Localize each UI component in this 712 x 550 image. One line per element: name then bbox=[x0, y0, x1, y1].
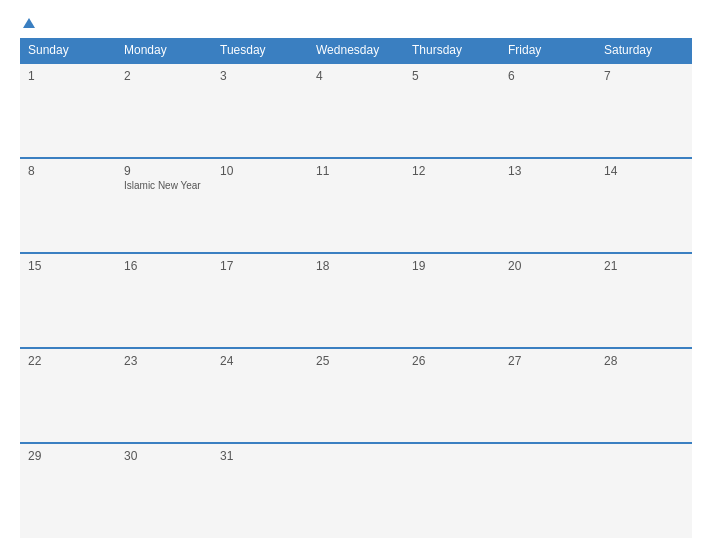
day-cell: 24 bbox=[212, 348, 308, 443]
day-cell: 5 bbox=[404, 63, 500, 158]
day-cell: 25 bbox=[308, 348, 404, 443]
weekday-header-monday: Monday bbox=[116, 38, 212, 63]
weekday-header-thursday: Thursday bbox=[404, 38, 500, 63]
day-cell: 1 bbox=[20, 63, 116, 158]
day-number: 17 bbox=[220, 259, 300, 273]
day-number: 15 bbox=[28, 259, 108, 273]
calendar-page: SundayMondayTuesdayWednesdayThursdayFrid… bbox=[0, 0, 712, 550]
week-row-5: 293031 bbox=[20, 443, 692, 538]
week-row-3: 15161718192021 bbox=[20, 253, 692, 348]
calendar-table: SundayMondayTuesdayWednesdayThursdayFrid… bbox=[20, 38, 692, 538]
day-number: 20 bbox=[508, 259, 588, 273]
day-cell: 26 bbox=[404, 348, 500, 443]
week-row-2: 89Islamic New Year1011121314 bbox=[20, 158, 692, 253]
header bbox=[20, 18, 692, 28]
day-number: 7 bbox=[604, 69, 684, 83]
day-number: 23 bbox=[124, 354, 204, 368]
day-number: 21 bbox=[604, 259, 684, 273]
day-number: 27 bbox=[508, 354, 588, 368]
day-cell: 9Islamic New Year bbox=[116, 158, 212, 253]
event-label: Islamic New Year bbox=[124, 180, 204, 191]
day-number: 8 bbox=[28, 164, 108, 178]
logo-blue-text bbox=[20, 18, 35, 28]
day-number: 4 bbox=[316, 69, 396, 83]
day-number: 29 bbox=[28, 449, 108, 463]
day-number: 6 bbox=[508, 69, 588, 83]
day-cell: 31 bbox=[212, 443, 308, 538]
weekday-header-saturday: Saturday bbox=[596, 38, 692, 63]
day-cell: 21 bbox=[596, 253, 692, 348]
day-number: 22 bbox=[28, 354, 108, 368]
day-cell: 27 bbox=[500, 348, 596, 443]
day-cell bbox=[404, 443, 500, 538]
day-cell bbox=[308, 443, 404, 538]
weekday-header-sunday: Sunday bbox=[20, 38, 116, 63]
day-number: 18 bbox=[316, 259, 396, 273]
day-cell: 8 bbox=[20, 158, 116, 253]
day-cell: 16 bbox=[116, 253, 212, 348]
day-number: 24 bbox=[220, 354, 300, 368]
day-number: 11 bbox=[316, 164, 396, 178]
day-number: 26 bbox=[412, 354, 492, 368]
day-number: 12 bbox=[412, 164, 492, 178]
weekday-row: SundayMondayTuesdayWednesdayThursdayFrid… bbox=[20, 38, 692, 63]
calendar-header: SundayMondayTuesdayWednesdayThursdayFrid… bbox=[20, 38, 692, 63]
day-number: 14 bbox=[604, 164, 684, 178]
day-cell: 15 bbox=[20, 253, 116, 348]
day-cell: 2 bbox=[116, 63, 212, 158]
week-row-1: 1234567 bbox=[20, 63, 692, 158]
day-cell: 30 bbox=[116, 443, 212, 538]
day-cell: 14 bbox=[596, 158, 692, 253]
calendar-body: 123456789Islamic New Year101112131415161… bbox=[20, 63, 692, 538]
day-cell: 17 bbox=[212, 253, 308, 348]
week-row-4: 22232425262728 bbox=[20, 348, 692, 443]
day-cell: 18 bbox=[308, 253, 404, 348]
day-number: 13 bbox=[508, 164, 588, 178]
day-cell: 6 bbox=[500, 63, 596, 158]
day-cell: 12 bbox=[404, 158, 500, 253]
logo bbox=[20, 18, 35, 28]
day-cell: 11 bbox=[308, 158, 404, 253]
day-number: 9 bbox=[124, 164, 204, 178]
weekday-header-tuesday: Tuesday bbox=[212, 38, 308, 63]
day-number: 1 bbox=[28, 69, 108, 83]
day-cell: 29 bbox=[20, 443, 116, 538]
day-number: 19 bbox=[412, 259, 492, 273]
weekday-header-friday: Friday bbox=[500, 38, 596, 63]
day-number: 31 bbox=[220, 449, 300, 463]
day-cell: 10 bbox=[212, 158, 308, 253]
day-cell: 23 bbox=[116, 348, 212, 443]
day-cell: 13 bbox=[500, 158, 596, 253]
logo-triangle-icon bbox=[23, 18, 35, 28]
day-cell: 3 bbox=[212, 63, 308, 158]
day-number: 16 bbox=[124, 259, 204, 273]
day-cell: 28 bbox=[596, 348, 692, 443]
weekday-header-wednesday: Wednesday bbox=[308, 38, 404, 63]
day-number: 25 bbox=[316, 354, 396, 368]
day-number: 2 bbox=[124, 69, 204, 83]
day-cell: 7 bbox=[596, 63, 692, 158]
day-cell bbox=[596, 443, 692, 538]
day-cell: 22 bbox=[20, 348, 116, 443]
day-number: 5 bbox=[412, 69, 492, 83]
day-number: 3 bbox=[220, 69, 300, 83]
day-cell bbox=[500, 443, 596, 538]
day-number: 28 bbox=[604, 354, 684, 368]
day-cell: 4 bbox=[308, 63, 404, 158]
day-cell: 20 bbox=[500, 253, 596, 348]
day-number: 30 bbox=[124, 449, 204, 463]
day-cell: 19 bbox=[404, 253, 500, 348]
day-number: 10 bbox=[220, 164, 300, 178]
